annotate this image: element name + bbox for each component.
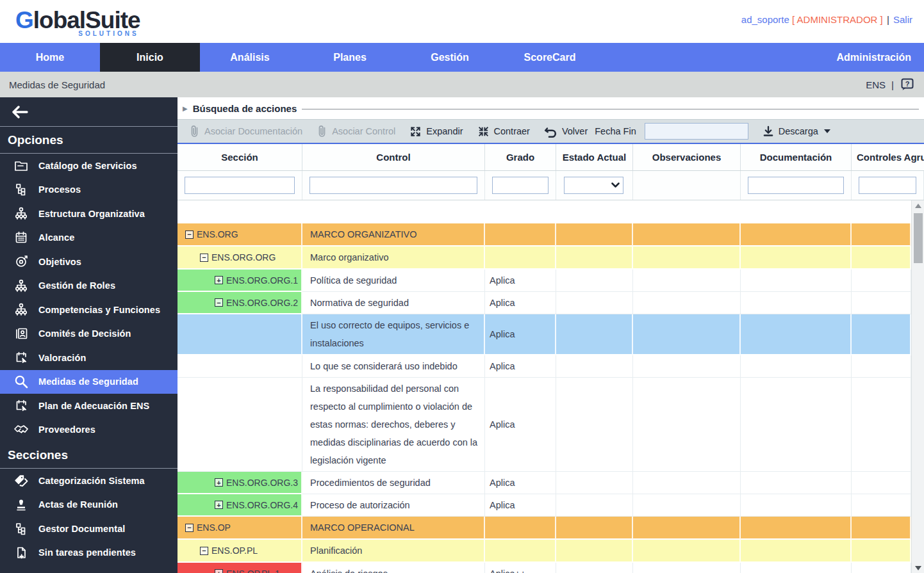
descarga-button[interactable]: Descarga bbox=[763, 125, 830, 138]
expand-node-icon[interactable]: + bbox=[215, 569, 223, 573]
vertical-scrollbar[interactable] bbox=[911, 200, 924, 573]
collapse-node-icon[interactable]: − bbox=[185, 524, 194, 532]
grado-value: Aplica bbox=[490, 419, 515, 430]
column-header-control[interactable]: Control bbox=[302, 144, 485, 170]
username-link[interactable]: ad_soporte bbox=[741, 14, 789, 25]
table-row[interactable]: −ENS.ORGMARCO ORGANIZATIVO bbox=[177, 223, 911, 246]
grado-value: Aplica bbox=[490, 500, 515, 510]
control-filter-input[interactable] bbox=[309, 177, 477, 194]
sidebar-item-label: Sin tareas pendientes bbox=[38, 547, 136, 558]
table-row[interactable]: +ENS.ORG.ORG.3Procedimientos de segurida… bbox=[177, 472, 911, 494]
documentacion-cell bbox=[741, 314, 852, 355]
sidebar-item-comites-de-decision[interactable]: Comités de Decisión bbox=[0, 322, 177, 346]
logout-link[interactable]: Salir bbox=[893, 14, 912, 25]
sidebar-item-gestion-de-roles[interactable]: Gestión de Roles bbox=[0, 274, 177, 298]
table-row[interactable]: −ENS.OPMARCO OPERACIONAL bbox=[177, 517, 911, 540]
controles-agrupados-cell bbox=[852, 378, 911, 472]
grado-cell: Aplica++ bbox=[485, 563, 556, 573]
seccion-filter-input[interactable] bbox=[185, 177, 295, 194]
collapse-triangle-icon[interactable]: ▶ bbox=[183, 105, 188, 112]
sidebar-item-sin-tareas-pendientes[interactable]: Sin tareas pendientes bbox=[0, 541, 177, 565]
sidebar-item-gestor-documental[interactable]: Gestor Documental bbox=[0, 517, 177, 541]
table-row[interactable]: La responsabilidad del personal con resp… bbox=[177, 378, 911, 472]
sidebar-item-label: Medidas de Seguridad bbox=[38, 376, 138, 387]
control-text: MARCO OPERACIONAL bbox=[310, 519, 415, 537]
controles-agrupados-filter-input[interactable] bbox=[859, 177, 916, 194]
nav-tab-scorecard[interactable]: ScoreCard bbox=[500, 43, 600, 72]
column-header-documentacion[interactable]: Documentación bbox=[741, 144, 852, 170]
expand-node-icon[interactable]: + bbox=[215, 501, 223, 509]
search-panel-header[interactable]: ▶ Búsqueda de acciones bbox=[177, 97, 924, 119]
column-header-seccion[interactable]: Sección bbox=[177, 144, 302, 170]
sidebar-item-alcance[interactable]: Alcance bbox=[0, 226, 177, 250]
estado-actual-cell bbox=[556, 246, 633, 270]
sidebar-item-categorizacion-sistema[interactable]: Categorización Sistema bbox=[0, 469, 177, 493]
collapse-node-icon[interactable]: − bbox=[215, 298, 223, 307]
nav-tab-analisis[interactable]: Análisis bbox=[200, 43, 300, 72]
seccion-code: ENS.OP.PL bbox=[211, 545, 258, 556]
sidebar-item-objetivos[interactable]: Objetivos bbox=[0, 250, 177, 274]
grado-cell bbox=[485, 517, 556, 540]
breadcrumb-bar: Medidas de Seguridad ENS | ? bbox=[0, 72, 924, 97]
sidebar-item-plan-de-adecuacion-ens[interactable]: Plan de Adecuación ENS bbox=[0, 394, 177, 418]
asociar-documentacion-button[interactable]: Asociar Documentación bbox=[189, 125, 302, 138]
column-header-estado-actual[interactable]: Estado Actual bbox=[556, 144, 633, 170]
nav-tab-inicio[interactable]: Inicio bbox=[100, 43, 200, 72]
grado-cell: Aplica bbox=[485, 355, 556, 378]
sidebar-item-proveedores[interactable]: Proveedores bbox=[0, 418, 177, 442]
scroll-down-arrow[interactable] bbox=[912, 563, 924, 573]
estado-actual-cell bbox=[556, 540, 633, 563]
expandir-button[interactable]: Expandir bbox=[409, 125, 463, 138]
grado-filter-input[interactable] bbox=[492, 177, 549, 194]
column-header-controles-agrupados[interactable]: Controles Agrupados bbox=[852, 144, 924, 170]
help-icon[interactable]: ? bbox=[900, 77, 915, 92]
nav-tab-home[interactable]: Home bbox=[0, 43, 100, 72]
sidebar-item-valoracion[interactable]: Valoración bbox=[0, 346, 177, 370]
column-header-observaciones[interactable]: Observaciones bbox=[633, 144, 741, 170]
table-row[interactable]: +ENS.OP.PL.1Análisis de riesgosAplica++ bbox=[177, 563, 911, 573]
sidebar-item-procesos[interactable]: Procesos bbox=[0, 178, 177, 202]
sidebar-item-competencias-y-funciones[interactable]: Competencias y Funciones bbox=[0, 298, 177, 322]
back-button[interactable] bbox=[0, 97, 177, 127]
control-cell: MARCO OPERACIONAL bbox=[302, 517, 485, 540]
volver-button[interactable]: Volver bbox=[544, 125, 588, 138]
collapse-node-icon[interactable]: − bbox=[185, 230, 194, 239]
observaciones-cell bbox=[633, 472, 741, 494]
collapse-node-icon[interactable]: − bbox=[200, 254, 208, 262]
scroll-up-arrow[interactable] bbox=[912, 200, 924, 211]
table-row[interactable]: −ENS.OP.PLPlanificación bbox=[177, 540, 911, 563]
nav-tab-gestion[interactable]: Gestión bbox=[400, 43, 500, 72]
contraer-button[interactable]: Contraer bbox=[477, 125, 530, 138]
documentacion-filter-input[interactable] bbox=[748, 177, 844, 194]
hierarchy-icon bbox=[13, 302, 29, 318]
estado-actual-filter-select[interactable] bbox=[564, 177, 623, 194]
org-chart-icon bbox=[13, 521, 29, 537]
grado-cell: Aplica bbox=[485, 314, 556, 355]
globalsuite-logo: GlobalSuite SOLUTIONS bbox=[15, 8, 140, 37]
grado-cell: Aplica bbox=[485, 472, 556, 494]
sidebar-item-medidas-de-seguridad[interactable]: Medidas de Seguridad bbox=[0, 370, 177, 394]
table-row[interactable]: −ENS.ORG.ORG.2Normativa de seguridadApli… bbox=[177, 292, 911, 314]
table-row[interactable]: −ENS.ORG.ORGMarco organizativo bbox=[177, 246, 911, 270]
sidebar-item-catalogo-de-servicios[interactable]: Catálogo de Servicios bbox=[0, 154, 177, 178]
sidebar-item-partial[interactable] bbox=[0, 565, 177, 573]
documentacion-cell bbox=[741, 378, 852, 472]
control-cell: Procedimientos de seguridad bbox=[302, 472, 485, 494]
sidebar-item-actas-de-reunion[interactable]: Actas de Reunión bbox=[0, 493, 177, 517]
fecha-fin-input[interactable] bbox=[645, 123, 748, 140]
sidebar-item-estructura-organizativa[interactable]: Estructura Organizativa bbox=[0, 202, 177, 226]
collapse-node-icon[interactable]: − bbox=[200, 547, 208, 555]
table-row[interactable]: El uso correcto de equipos, servicios e … bbox=[177, 314, 911, 355]
asociar-control-button[interactable]: Asociar Control bbox=[317, 125, 395, 138]
table-row[interactable]: +ENS.ORG.ORG.1Política de seguridadAplic… bbox=[177, 270, 911, 292]
column-header-grado[interactable]: Grado bbox=[485, 144, 556, 170]
nav-tab-planes[interactable]: Planes bbox=[300, 43, 400, 72]
table-row[interactable]: Lo que se considerará uso indebidoAplica bbox=[177, 355, 911, 378]
nav-tab-administracion[interactable]: Administración bbox=[824, 43, 924, 72]
seccion-code: ENS.ORG.ORG.4 bbox=[226, 500, 298, 510]
expand-node-icon[interactable]: + bbox=[215, 276, 223, 284]
expand-node-icon[interactable]: + bbox=[215, 478, 223, 487]
table-row[interactable]: +ENS.ORG.ORG.4Proceso de autorizaciónApl… bbox=[177, 494, 911, 517]
scrollbar-thumb[interactable] bbox=[914, 213, 923, 263]
control-cell: La responsabilidad del personal con resp… bbox=[302, 378, 485, 472]
